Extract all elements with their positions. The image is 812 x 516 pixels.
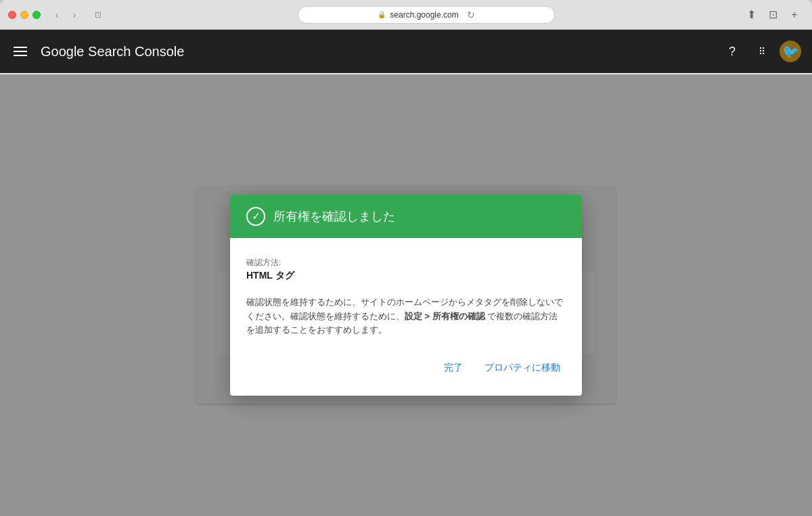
address-bar[interactable]: 🔒 search.google.com ↻	[298, 6, 555, 24]
confirm-method-value: HTML タグ	[246, 270, 566, 282]
address-bar-container: 🔒 search.google.com ↻	[111, 6, 742, 24]
maximize-traffic-light[interactable]	[32, 11, 41, 19]
back-button[interactable]: ‹	[49, 7, 65, 22]
help-button[interactable]: ?	[720, 39, 744, 64]
avatar-icon: 🐦	[782, 43, 799, 60]
app-title: Google Search Console	[41, 44, 184, 60]
nav-buttons: ‹ ›	[49, 7, 83, 22]
apps-button[interactable]: ⠿	[750, 39, 774, 64]
confirmation-dialog: ✓ 所有権を確認しました 確認方法: HTML タグ 確認状態を維持するために、…	[230, 195, 582, 396]
go-to-property-button[interactable]: プロパティに移動	[479, 356, 566, 379]
dialog-header-title: 所有権を確認しました	[273, 208, 395, 225]
grid-icon: ⠿	[759, 46, 766, 57]
dialog-actions: 完了 プロパティに移動	[246, 356, 566, 379]
share-button[interactable]: ⬆	[742, 5, 761, 24]
main-content: Google Search Console へようこそ まず、プロパティ タイプ…	[0, 74, 812, 516]
hamburger-icon	[14, 47, 27, 48]
window-mode-button[interactable]: ⊡	[91, 7, 106, 22]
forward-button[interactable]: ›	[66, 7, 83, 22]
lock-icon: 🔒	[378, 11, 386, 18]
hamburger-menu-button[interactable]	[11, 44, 30, 59]
confirm-method-label: 確認方法:	[246, 257, 566, 268]
browser-chrome: ‹ › ⊡ 🔒 search.google.com ↻ ⬆ ⊡ +	[0, 0, 812, 74]
browser-actions: ⬆ ⊡ +	[742, 5, 804, 24]
confirm-description: 確認状態を維持するために、サイトのホームページからメタタグを削除しないでください…	[246, 296, 566, 337]
dialog-body: 確認方法: HTML タグ 確認状態を維持するために、サイトのホームページからメ…	[230, 238, 582, 396]
app-toolbar: Google Search Console ? ⠿ 🐦	[0, 30, 812, 73]
new-tab-button[interactable]: +	[785, 5, 804, 24]
browser-window: ‹ › ⊡ 🔒 search.google.com ↻ ⬆ ⊡ +	[0, 0, 812, 516]
url-text: search.google.com	[390, 10, 458, 20]
traffic-lights	[8, 11, 41, 19]
dialog-overlay: ✓ 所有権を確認しました 確認方法: HTML タグ 確認状態を維持するために、…	[0, 74, 812, 516]
settings-link-text: 設定 > 所有権の確認	[405, 311, 485, 321]
toolbar-right: ? ⠿ 🐦	[720, 39, 801, 64]
reload-icon[interactable]: ↻	[467, 9, 475, 20]
minimize-traffic-light[interactable]	[20, 11, 28, 19]
browser-titlebar: ‹ › ⊡ 🔒 search.google.com ↻ ⬆ ⊡ +	[0, 0, 812, 30]
avatar[interactable]: 🐦	[780, 41, 801, 62]
copy-button[interactable]: ⊡	[763, 5, 782, 24]
check-circle-icon: ✓	[246, 207, 265, 226]
complete-button[interactable]: 完了	[438, 356, 468, 379]
help-icon: ?	[729, 45, 736, 59]
dialog-header: ✓ 所有権を確認しました	[230, 195, 582, 238]
close-traffic-light[interactable]	[8, 11, 16, 19]
